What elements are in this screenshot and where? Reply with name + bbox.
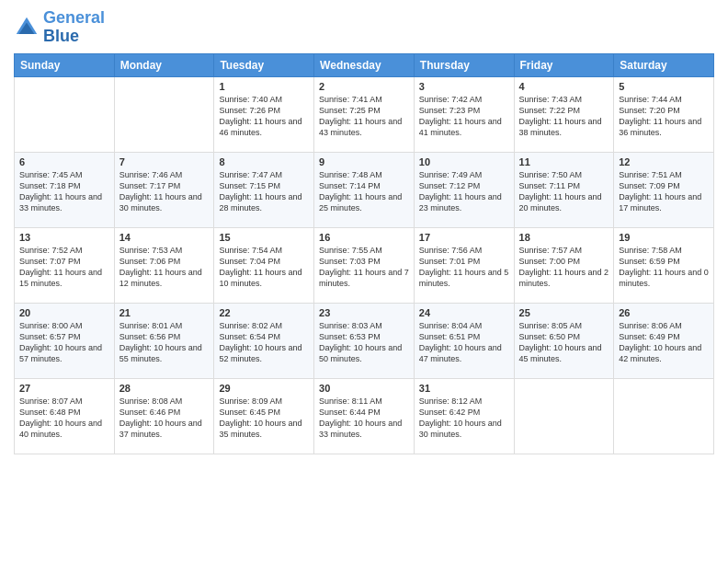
day-info: Sunrise: 7:57 AM Sunset: 7:00 PM Dayligh… [519,245,609,290]
day-number: 2 [319,81,409,92]
weekday-header-row: SundayMondayTuesdayWednesdayThursdayFrid… [15,53,714,76]
day-info: Sunrise: 7:58 AM Sunset: 6:59 PM Dayligh… [619,245,709,290]
calendar-cell [15,76,115,152]
calendar-cell: 11Sunrise: 7:50 AM Sunset: 7:11 PM Dayli… [514,152,614,227]
day-number: 23 [319,307,409,318]
day-number: 7 [119,156,210,167]
calendar-cell: 10Sunrise: 7:49 AM Sunset: 7:12 PM Dayli… [414,152,514,227]
weekday-header-sunday: Sunday [15,53,115,76]
day-number: 16 [319,232,409,243]
calendar-cell: 8Sunrise: 7:47 AM Sunset: 7:15 PM Daylig… [214,152,314,227]
calendar-cell: 28Sunrise: 8:08 AM Sunset: 6:46 PM Dayli… [114,378,214,454]
calendar-cell: 7Sunrise: 7:46 AM Sunset: 7:17 PM Daylig… [114,152,214,227]
day-info: Sunrise: 8:06 AM Sunset: 6:49 PM Dayligh… [619,320,709,365]
calendar-cell: 2Sunrise: 7:41 AM Sunset: 7:25 PM Daylig… [314,76,415,152]
day-number: 1 [219,81,309,92]
day-number: 8 [219,156,309,167]
day-info: Sunrise: 8:01 AM Sunset: 6:56 PM Dayligh… [119,320,210,365]
day-info: Sunrise: 7:48 AM Sunset: 7:14 PM Dayligh… [319,169,409,214]
calendar-cell: 3Sunrise: 7:42 AM Sunset: 7:23 PM Daylig… [414,76,514,152]
calendar-cell: 14Sunrise: 7:53 AM Sunset: 7:06 PM Dayli… [114,227,214,303]
day-info: Sunrise: 8:05 AM Sunset: 6:50 PM Dayligh… [519,320,609,365]
calendar-cell: 17Sunrise: 7:56 AM Sunset: 7:01 PM Dayli… [414,227,514,303]
day-info: Sunrise: 7:50 AM Sunset: 7:11 PM Dayligh… [519,169,609,214]
day-info: Sunrise: 7:46 AM Sunset: 7:17 PM Dayligh… [119,169,210,214]
header: General Blue [14,9,714,46]
calendar-week-4: 27Sunrise: 8:07 AM Sunset: 6:48 PM Dayli… [15,378,714,454]
day-number: 15 [219,232,309,243]
day-info: Sunrise: 8:02 AM Sunset: 6:54 PM Dayligh… [219,320,309,365]
calendar-cell: 6Sunrise: 7:45 AM Sunset: 7:18 PM Daylig… [15,152,115,227]
day-info: Sunrise: 8:03 AM Sunset: 6:53 PM Dayligh… [319,320,409,365]
day-info: Sunrise: 7:55 AM Sunset: 7:03 PM Dayligh… [319,245,409,290]
logo-text: General Blue [43,9,105,46]
day-info: Sunrise: 8:11 AM Sunset: 6:44 PM Dayligh… [319,396,409,441]
calendar-cell: 4Sunrise: 7:43 AM Sunset: 7:22 PM Daylig… [514,76,614,152]
day-number: 5 [619,81,709,92]
day-info: Sunrise: 7:40 AM Sunset: 7:26 PM Dayligh… [219,94,309,139]
day-number: 19 [619,232,709,243]
day-number: 14 [119,232,210,243]
weekday-header-friday: Friday [514,53,614,76]
calendar-cell: 29Sunrise: 8:09 AM Sunset: 6:45 PM Dayli… [214,378,314,454]
day-number: 27 [19,383,109,394]
day-info: Sunrise: 7:51 AM Sunset: 7:09 PM Dayligh… [619,169,709,214]
day-number: 25 [519,307,609,318]
calendar-cell: 21Sunrise: 8:01 AM Sunset: 6:56 PM Dayli… [114,303,214,378]
calendar-week-1: 6Sunrise: 7:45 AM Sunset: 7:18 PM Daylig… [15,152,714,227]
calendar-cell: 25Sunrise: 8:05 AM Sunset: 6:50 PM Dayli… [514,303,614,378]
day-info: Sunrise: 7:54 AM Sunset: 7:04 PM Dayligh… [219,245,309,290]
day-number: 13 [19,232,109,243]
day-info: Sunrise: 8:08 AM Sunset: 6:46 PM Dayligh… [119,396,210,441]
calendar-week-3: 20Sunrise: 8:00 AM Sunset: 6:57 PM Dayli… [15,303,714,378]
weekday-header-tuesday: Tuesday [214,53,314,76]
day-info: Sunrise: 8:00 AM Sunset: 6:57 PM Dayligh… [19,320,109,365]
calendar-week-0: 1Sunrise: 7:40 AM Sunset: 7:26 PM Daylig… [15,76,714,152]
day-info: Sunrise: 7:42 AM Sunset: 7:23 PM Dayligh… [419,94,509,139]
weekday-header-monday: Monday [114,53,214,76]
calendar-table: SundayMondayTuesdayWednesdayThursdayFrid… [14,53,714,454]
day-info: Sunrise: 7:45 AM Sunset: 7:18 PM Dayligh… [19,169,109,214]
calendar-cell: 31Sunrise: 8:12 AM Sunset: 6:42 PM Dayli… [414,378,514,454]
day-info: Sunrise: 7:47 AM Sunset: 7:15 PM Dayligh… [219,169,309,214]
weekday-header-thursday: Thursday [414,53,514,76]
calendar-cell: 27Sunrise: 8:07 AM Sunset: 6:48 PM Dayli… [15,378,115,454]
day-info: Sunrise: 7:49 AM Sunset: 7:12 PM Dayligh… [419,169,509,214]
calendar-cell: 13Sunrise: 7:52 AM Sunset: 7:07 PM Dayli… [15,227,115,303]
day-info: Sunrise: 8:07 AM Sunset: 6:48 PM Dayligh… [19,396,109,441]
day-info: Sunrise: 8:04 AM Sunset: 6:51 PM Dayligh… [419,320,509,365]
calendar-cell: 15Sunrise: 7:54 AM Sunset: 7:04 PM Dayli… [214,227,314,303]
day-number: 22 [219,307,309,318]
calendar-cell: 18Sunrise: 7:57 AM Sunset: 7:00 PM Dayli… [514,227,614,303]
day-info: Sunrise: 7:43 AM Sunset: 7:22 PM Dayligh… [519,94,609,139]
day-number: 29 [219,383,309,394]
day-info: Sunrise: 7:56 AM Sunset: 7:01 PM Dayligh… [419,245,509,290]
calendar-cell: 16Sunrise: 7:55 AM Sunset: 7:03 PM Dayli… [314,227,415,303]
day-number: 20 [19,307,109,318]
calendar-cell: 9Sunrise: 7:48 AM Sunset: 7:14 PM Daylig… [314,152,415,227]
day-info: Sunrise: 8:12 AM Sunset: 6:42 PM Dayligh… [419,396,509,441]
day-info: Sunrise: 7:52 AM Sunset: 7:07 PM Dayligh… [19,245,109,290]
calendar-cell [614,378,714,454]
day-number: 24 [419,307,509,318]
day-info: Sunrise: 8:09 AM Sunset: 6:45 PM Dayligh… [219,396,309,441]
calendar-cell: 24Sunrise: 8:04 AM Sunset: 6:51 PM Dayli… [414,303,514,378]
day-number: 12 [619,156,709,167]
weekday-header-saturday: Saturday [614,53,714,76]
calendar-cell: 1Sunrise: 7:40 AM Sunset: 7:26 PM Daylig… [214,76,314,152]
day-number: 11 [519,156,609,167]
day-number: 6 [19,156,109,167]
logo: General Blue [14,9,105,46]
day-number: 31 [419,383,509,394]
calendar-cell [114,76,214,152]
calendar-cell: 20Sunrise: 8:00 AM Sunset: 6:57 PM Dayli… [15,303,115,378]
day-number: 17 [419,232,509,243]
day-number: 9 [319,156,409,167]
day-number: 30 [319,383,409,394]
calendar-cell: 26Sunrise: 8:06 AM Sunset: 6:49 PM Dayli… [614,303,714,378]
logo-icon [14,15,40,40]
day-number: 3 [419,81,509,92]
calendar-cell [514,378,614,454]
day-number: 28 [119,383,210,394]
calendar-cell: 30Sunrise: 8:11 AM Sunset: 6:44 PM Dayli… [314,378,415,454]
